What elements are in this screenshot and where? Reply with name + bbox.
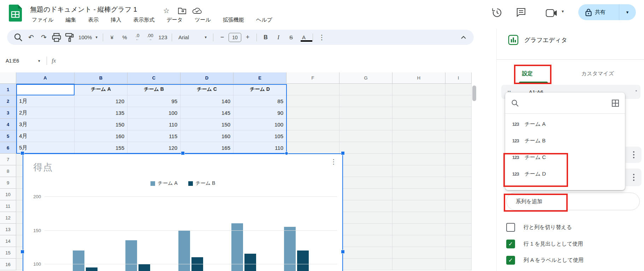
cell-F1[interactable] bbox=[286, 84, 339, 95]
cell-G9[interactable] bbox=[339, 177, 392, 189]
row-header-5[interactable]: 5 bbox=[0, 130, 16, 142]
strikethrough-button[interactable]: S bbox=[286, 32, 296, 43]
dropdown-item-チーム B[interactable]: 123チーム B bbox=[505, 132, 625, 149]
redo-icon[interactable]: ↷ bbox=[39, 32, 49, 43]
cell-H11[interactable] bbox=[392, 200, 445, 212]
column-header-I[interactable]: I bbox=[445, 72, 472, 84]
meet-video-icon[interactable] bbox=[546, 9, 558, 17]
column-header-B[interactable]: B bbox=[75, 72, 128, 84]
dropdown-item-チーム A[interactable]: 123チーム A bbox=[505, 116, 625, 132]
number-format-button[interactable]: 123 bbox=[158, 32, 168, 43]
series-more-icon[interactable] bbox=[633, 151, 634, 158]
cell-B2[interactable]: 120 bbox=[75, 95, 128, 107]
cell-H1[interactable] bbox=[392, 84, 445, 95]
cell-G16[interactable] bbox=[339, 259, 392, 270]
cell-B4[interactable]: 150 bbox=[75, 119, 128, 130]
cell-I8[interactable] bbox=[445, 165, 472, 177]
cell-G4[interactable] bbox=[339, 119, 392, 130]
cell-I10[interactable] bbox=[445, 189, 472, 200]
cell-H15[interactable] bbox=[392, 247, 445, 259]
chart-handle-middle-left[interactable] bbox=[20, 250, 24, 254]
cell-I5[interactable] bbox=[445, 130, 472, 142]
percent-format-icon[interactable]: % bbox=[119, 32, 130, 43]
bold-button[interactable]: B bbox=[260, 32, 271, 43]
cell-C1[interactable]: チーム B bbox=[128, 84, 181, 95]
cell-I4[interactable] bbox=[445, 119, 472, 130]
cell-G13[interactable] bbox=[339, 224, 392, 235]
cell-A1[interactable] bbox=[16, 84, 75, 95]
cell-F3[interactable] bbox=[286, 107, 339, 119]
cell-C2[interactable]: 95 bbox=[128, 95, 181, 107]
cell-I2[interactable] bbox=[445, 95, 472, 107]
cell-G14[interactable] bbox=[339, 235, 392, 247]
share-main[interactable]: 共有 bbox=[578, 4, 619, 20]
bar-チーム A-5月[interactable] bbox=[284, 227, 296, 271]
cell-H16[interactable] bbox=[392, 259, 445, 270]
cell-I1[interactable] bbox=[445, 84, 472, 95]
cell-D4[interactable]: 150 bbox=[181, 119, 234, 130]
cell-F5[interactable] bbox=[286, 130, 339, 142]
cell-G12[interactable] bbox=[339, 212, 392, 224]
cell-G1[interactable] bbox=[339, 84, 392, 95]
cell-E5[interactable]: 105 bbox=[234, 130, 286, 142]
cell-H9[interactable] bbox=[392, 177, 445, 189]
cell-B3[interactable]: 135 bbox=[75, 107, 128, 119]
column-header-A[interactable]: A bbox=[16, 72, 75, 84]
cell-G8[interactable] bbox=[339, 165, 392, 177]
comments-icon[interactable] bbox=[516, 7, 526, 17]
cell-D1[interactable]: チーム C bbox=[181, 84, 234, 95]
row-header-8[interactable]: 8 bbox=[0, 165, 16, 177]
name-box-caret-icon[interactable]: ▾ bbox=[38, 59, 40, 63]
name-box[interactable]: A1:E6 bbox=[0, 58, 35, 64]
share-button[interactable]: 共有 ▾ bbox=[578, 4, 636, 20]
cell-B6[interactable]: 155 bbox=[75, 142, 128, 154]
cell-H4[interactable] bbox=[392, 119, 445, 130]
undo-icon[interactable]: ↶ bbox=[26, 32, 36, 43]
series-more-icon[interactable] bbox=[633, 174, 634, 181]
cell-G6[interactable] bbox=[339, 142, 392, 154]
row-header-1[interactable]: 1 bbox=[0, 84, 16, 95]
tab-setup[interactable]: 設定 bbox=[522, 70, 533, 77]
cell-C5[interactable]: 115 bbox=[128, 130, 181, 142]
cell-F2[interactable] bbox=[286, 95, 339, 107]
cell-I13[interactable] bbox=[445, 224, 472, 235]
row-header-16[interactable]: 16 bbox=[0, 259, 16, 270]
bar-チーム A-1月[interactable] bbox=[73, 251, 84, 271]
cell-H7[interactable] bbox=[392, 154, 445, 165]
menu-編集[interactable]: 編集 bbox=[65, 16, 77, 24]
bar-チーム A-2月[interactable] bbox=[125, 240, 137, 271]
paint-format-icon[interactable] bbox=[64, 32, 75, 43]
italic-button[interactable]: I bbox=[273, 32, 284, 43]
menu-挿入[interactable]: 挿入 bbox=[110, 16, 122, 24]
row-header-6[interactable]: 6 bbox=[0, 142, 16, 154]
cell-A6[interactable]: 5月 bbox=[16, 142, 75, 154]
cell-I7[interactable] bbox=[445, 154, 472, 165]
checkbox-checked[interactable]: ✓ bbox=[506, 256, 515, 265]
column-header-F[interactable]: F bbox=[286, 72, 339, 84]
checkbox-unchecked[interactable] bbox=[506, 223, 515, 232]
cloud-saved-icon[interactable] bbox=[192, 7, 202, 14]
cell-C3[interactable]: 100 bbox=[128, 107, 181, 119]
column-header-H[interactable]: H bbox=[392, 72, 445, 84]
column-header-E[interactable]: E bbox=[234, 72, 286, 84]
share-caret-icon[interactable]: ▾ bbox=[619, 10, 636, 15]
cell-A3[interactable]: 2月 bbox=[16, 107, 75, 119]
cell-I14[interactable] bbox=[445, 235, 472, 247]
cell-H13[interactable] bbox=[392, 224, 445, 235]
row-header-15[interactable]: 15 bbox=[0, 247, 16, 259]
cell-H5[interactable] bbox=[392, 130, 445, 142]
cell-D2[interactable]: 140 bbox=[181, 95, 234, 107]
dropdown-item-チーム C[interactable]: 123チーム C bbox=[505, 149, 625, 166]
increase-decimals-icon[interactable]: .00→ bbox=[145, 32, 155, 43]
cell-E1[interactable]: チーム D bbox=[234, 84, 286, 95]
chart-handle-top-right[interactable] bbox=[341, 151, 345, 155]
move-folder-icon[interactable] bbox=[178, 7, 187, 14]
menu-ツール[interactable]: ツール bbox=[194, 16, 212, 24]
select-data-range-icon[interactable] bbox=[611, 99, 619, 107]
cell-F6[interactable] bbox=[286, 142, 339, 154]
cell-I11[interactable] bbox=[445, 200, 472, 212]
decrease-font-size-icon[interactable]: − bbox=[217, 32, 228, 43]
checkbox-checked[interactable]: ✓ bbox=[506, 240, 515, 248]
cell-B1[interactable]: チーム A bbox=[75, 84, 128, 95]
cell-I16[interactable] bbox=[445, 259, 472, 270]
